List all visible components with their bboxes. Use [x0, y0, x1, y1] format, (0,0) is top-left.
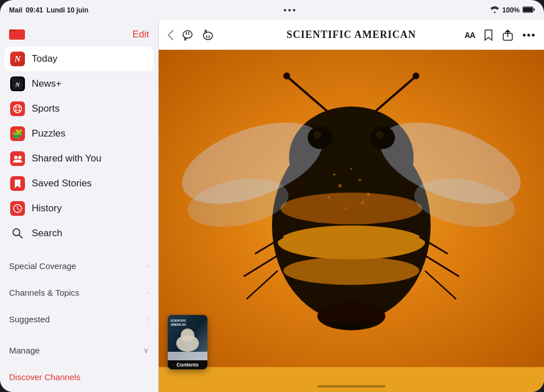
status-bar-left: Mail 09:41 Lundi 10 juin	[9, 6, 88, 14]
sidebar-item-puzzles[interactable]: 🧩 Puzzles	[5, 121, 154, 146]
wifi-icon	[490, 6, 499, 15]
thumbdown-button[interactable]	[181, 29, 194, 41]
sidebar-label-search: Search	[32, 228, 62, 239]
svg-point-56	[182, 331, 187, 336]
saved-icon	[10, 176, 25, 191]
sidebar-header: Edit	[0, 20, 158, 46]
svg-text:AMERICAN: AMERICAN	[171, 323, 186, 326]
sidebar-item-today[interactable]: N Today	[5, 46, 154, 71]
sidebar-item-sports[interactable]: Sports	[5, 96, 154, 121]
svg-point-23	[278, 225, 425, 259]
svg-point-36	[313, 131, 321, 139]
section-suggested[interactable]: Suggested ›	[0, 308, 158, 330]
sidebar-item-shared[interactable]: Shared with You	[5, 146, 154, 171]
sidebar-item-history[interactable]: History	[5, 196, 154, 221]
sidebar: Edit N Today N	[0, 20, 159, 392]
svg-point-45	[350, 168, 352, 170]
svg-point-39	[359, 179, 362, 182]
svg-point-24	[283, 257, 419, 285]
main-content: SCIENTIFIC AMERICAN AA	[159, 20, 544, 392]
chevron-down-icon-manage: ∨	[143, 346, 149, 355]
thumbup-button[interactable]	[202, 29, 214, 41]
battery-icon	[522, 6, 535, 15]
section-channels-topics[interactable]: Channels & Topics ›	[0, 282, 158, 304]
back-button[interactable]	[168, 30, 173, 40]
svg-rect-58	[168, 352, 207, 360]
dot3	[293, 9, 295, 11]
svg-point-33	[413, 73, 419, 79]
sidebar-label-newsplus: News+	[32, 78, 61, 90]
svg-point-38	[338, 184, 342, 188]
section-channels-topics-label: Channels & Topics	[9, 288, 79, 297]
svg-text:SCIENTIFIC: SCIENTIFIC	[171, 319, 186, 322]
svg-text:🧩: 🧩	[12, 129, 23, 139]
svg-point-10	[14, 156, 18, 159]
svg-point-25	[280, 193, 422, 224]
today-icon: N	[10, 52, 25, 66]
dot2	[288, 9, 291, 11]
mag-thumb-label: Contents	[168, 360, 207, 369]
svg-point-42	[345, 207, 347, 210]
sidebar-item-search[interactable]: Search	[5, 221, 154, 246]
chevron-right-icon-suggested: ›	[147, 315, 149, 323]
scroll-indicator	[317, 385, 385, 387]
sidebar-item-saved[interactable]: Saved Stories	[5, 171, 154, 196]
sidebar-label-history: History	[32, 203, 62, 214]
app-label: Mail	[9, 6, 22, 14]
history-icon	[10, 201, 25, 216]
font-size-button[interactable]: AA	[465, 31, 475, 40]
folder-icon	[9, 27, 25, 42]
newsplus-icon: N	[10, 76, 25, 91]
svg-point-44	[361, 201, 364, 204]
discover-channels-link[interactable]: Discover Channels	[0, 366, 158, 388]
svg-point-43	[333, 173, 335, 176]
chevron-right-icon-special: ›	[147, 262, 149, 270]
article-title: SCIENTIFIC AMERICAN	[287, 29, 416, 41]
svg-point-31	[283, 73, 290, 79]
svg-point-17	[523, 33, 526, 36]
toolbar-left	[168, 29, 214, 41]
puzzles-icon: 🧩	[10, 126, 25, 141]
svg-text:N: N	[15, 81, 20, 88]
section-special-coverage[interactable]: Special Coverage ›	[0, 255, 158, 277]
sidebar-nav: N Today N News+	[0, 46, 158, 246]
shared-icon	[10, 151, 25, 166]
svg-point-40	[328, 196, 330, 198]
manage-section[interactable]: Manage ∨	[0, 339, 158, 361]
battery-label: 100%	[502, 6, 520, 14]
bookmark-button[interactable]	[484, 29, 493, 41]
sidebar-label-shared: Shared with You	[32, 153, 101, 164]
svg-point-37	[376, 131, 384, 139]
share-button[interactable]	[502, 29, 513, 41]
svg-point-57	[188, 331, 193, 336]
svg-rect-5	[10, 101, 25, 116]
sidebar-item-newsplus[interactable]: N News+	[5, 71, 154, 96]
svg-rect-1	[523, 7, 533, 12]
status-bar: Mail 09:41 Lundi 10 juin 100%	[0, 0, 544, 20]
sidebar-label-saved: Saved Stories	[32, 178, 92, 189]
article-toolbar: SCIENTIFIC AMERICAN AA	[159, 20, 544, 50]
more-button[interactable]	[522, 33, 535, 37]
search-icon	[10, 226, 25, 241]
svg-point-18	[528, 33, 530, 36]
status-time: 09:41	[26, 6, 43, 14]
svg-point-41	[367, 193, 370, 196]
edit-button[interactable]: Edit	[133, 29, 149, 40]
svg-point-19	[532, 33, 535, 36]
app-container: Edit N Today N	[0, 20, 544, 392]
article-content: Included in News+	[159, 50, 544, 392]
sidebar-label-sports: Sports	[32, 103, 60, 114]
section-suggested-label: Suggested	[9, 314, 50, 324]
svg-point-55	[181, 329, 194, 342]
mag-thumb-image: SCIENTIFIC AMERICAN	[168, 315, 207, 360]
svg-point-11	[18, 156, 22, 159]
section-special-coverage-label: Special Coverage	[9, 261, 76, 271]
svg-point-34	[308, 126, 333, 149]
status-bar-center	[284, 9, 295, 11]
status-bar-right: 100%	[490, 6, 535, 15]
chevron-right-icon-channels: ›	[147, 288, 149, 297]
magazine-thumbnail[interactable]: SCIENTIFIC AMERICAN Contents	[168, 315, 207, 369]
toolbar-right: AA	[465, 29, 535, 41]
manage-label: Manage	[9, 346, 40, 355]
bee-image: Included in News+	[159, 50, 544, 392]
